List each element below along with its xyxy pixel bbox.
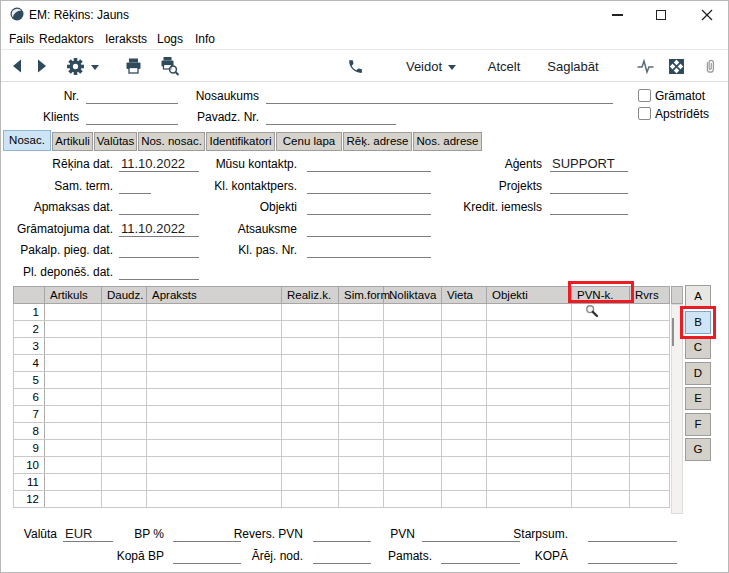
grid-cell[interactable]	[384, 355, 442, 372]
maximize-button[interactable]	[644, 1, 678, 29]
flip-button-g[interactable]: G	[685, 438, 711, 461]
phone-button[interactable]	[343, 54, 367, 78]
grid-cell[interactable]	[487, 406, 572, 423]
gramatot-checkbox[interactable]	[638, 89, 651, 102]
grid-cell[interactable]	[630, 389, 670, 406]
grid-cell[interactable]	[442, 304, 487, 321]
grid-cell[interactable]	[487, 372, 572, 389]
grid-cell[interactable]	[339, 406, 384, 423]
grid-cell[interactable]	[384, 304, 442, 321]
forward-button[interactable]	[32, 54, 52, 78]
grid-cell[interactable]	[102, 304, 147, 321]
row-number-cell[interactable]: 12	[14, 491, 45, 508]
grid-cell[interactable]	[45, 491, 102, 508]
sam-term-field[interactable]	[119, 178, 151, 194]
attachment-button[interactable]	[698, 54, 722, 78]
apstridets-checkbox[interactable]	[638, 107, 651, 120]
grid-cell[interactable]	[282, 304, 339, 321]
operations-menu-button[interactable]	[65, 54, 99, 78]
grid-cell[interactable]	[282, 423, 339, 440]
grid-cell[interactable]	[572, 406, 630, 423]
grid-cell[interactable]	[630, 304, 670, 321]
grid-cell[interactable]	[282, 474, 339, 491]
grid-cell[interactable]	[147, 423, 282, 440]
grid-cell[interactable]	[102, 440, 147, 457]
row-number-cell[interactable]: 8	[14, 423, 45, 440]
grid-cell[interactable]	[442, 321, 487, 338]
menu-info[interactable]: Info	[195, 32, 215, 46]
close-button[interactable]	[690, 1, 724, 29]
grid-cell[interactable]	[487, 474, 572, 491]
grid-cell[interactable]	[384, 406, 442, 423]
grid-cell[interactable]	[45, 338, 102, 355]
flip-button-f[interactable]: F	[685, 413, 711, 436]
tab-valutas[interactable]: Valūtas	[94, 132, 137, 151]
grid-cell[interactable]	[442, 355, 487, 372]
grid-cell[interactable]	[487, 423, 572, 440]
expand-button[interactable]	[664, 54, 688, 78]
grid-cell[interactable]	[147, 491, 282, 508]
menu-ieraksts[interactable]: Ieraksts	[105, 32, 147, 46]
grid-cell[interactable]	[339, 457, 384, 474]
grid-cell[interactable]	[282, 338, 339, 355]
tab-rek-adrese[interactable]: Rēķ. adrese	[343, 132, 412, 151]
grid-cell[interactable]	[339, 389, 384, 406]
grid-cell[interactable]	[630, 423, 670, 440]
grid-cell[interactable]	[282, 440, 339, 457]
grid-cell[interactable]	[282, 372, 339, 389]
grid-cell[interactable]	[384, 491, 442, 508]
grid-cell[interactable]	[384, 474, 442, 491]
grid-cell[interactable]	[339, 372, 384, 389]
grid-cell[interactable]	[630, 355, 670, 372]
create-button[interactable]: Veidot	[401, 54, 461, 78]
grid-cell[interactable]	[630, 372, 670, 389]
grid-cell[interactable]	[282, 355, 339, 372]
kopa-field[interactable]	[588, 548, 677, 564]
grid-cell[interactable]	[147, 321, 282, 338]
grid-cell[interactable]	[442, 491, 487, 508]
grid-cell[interactable]	[102, 423, 147, 440]
grid-cell[interactable]	[45, 355, 102, 372]
grid-cell[interactable]	[384, 338, 442, 355]
grid-cell[interactable]	[384, 372, 442, 389]
row-number-cell[interactable]: 6	[14, 389, 45, 406]
grid-cell[interactable]	[45, 440, 102, 457]
grid-cell[interactable]	[339, 491, 384, 508]
flip-button-e[interactable]: E	[685, 387, 711, 410]
grid-cell[interactable]	[102, 389, 147, 406]
grid-cell[interactable]	[45, 389, 102, 406]
grid-cell[interactable]	[572, 457, 630, 474]
grid-cell[interactable]	[384, 440, 442, 457]
grid-cell[interactable]	[147, 389, 282, 406]
grid-cell[interactable]	[442, 338, 487, 355]
grid-cell[interactable]	[45, 406, 102, 423]
grid-cell[interactable]	[147, 372, 282, 389]
grid-cell[interactable]	[630, 457, 670, 474]
back-button[interactable]	[7, 54, 27, 78]
grid-cell[interactable]	[572, 372, 630, 389]
grid-cell[interactable]	[339, 304, 384, 321]
starpsum-field[interactable]	[588, 526, 677, 542]
agents-field[interactable]: SUPPORT	[550, 156, 628, 172]
nr-field[interactable]	[86, 88, 178, 104]
grid-cell[interactable]	[630, 474, 670, 491]
grid-vertical-scrollbar[interactable]	[671, 304, 683, 514]
grid-cell[interactable]	[45, 457, 102, 474]
tab-nos-adrese[interactable]: Nos. adrese	[413, 132, 482, 151]
flip-button-c[interactable]: C	[685, 336, 711, 359]
projekts-field[interactable]	[550, 178, 628, 194]
scrollbar-thumb[interactable]	[672, 318, 674, 346]
grid-cell[interactable]	[147, 304, 282, 321]
grid-cell[interactable]	[147, 440, 282, 457]
musu-kontaktp-field[interactable]	[307, 156, 431, 172]
grid-cell[interactable]	[45, 372, 102, 389]
pl-depones-dat-field[interactable]	[119, 264, 199, 280]
grid-cell[interactable]	[147, 406, 282, 423]
activity-button[interactable]	[633, 54, 657, 78]
row-number-cell[interactable]: 4	[14, 355, 45, 372]
pavadz-nr-field[interactable]	[266, 109, 396, 125]
grid-cell[interactable]	[384, 389, 442, 406]
grid-cell[interactable]	[630, 406, 670, 423]
grid-cell[interactable]	[572, 355, 630, 372]
objekti-field[interactable]	[307, 199, 431, 215]
